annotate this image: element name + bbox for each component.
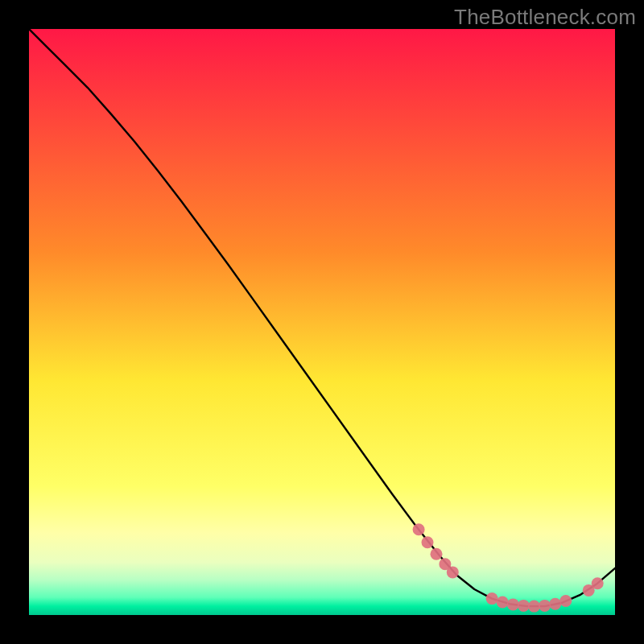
data-point	[413, 523, 425, 535]
data-point	[497, 597, 509, 609]
data-point	[431, 548, 443, 560]
gradient-background	[29, 29, 615, 615]
data-point	[486, 592, 498, 605]
plot-area	[29, 29, 615, 615]
data-point	[539, 600, 551, 612]
data-point	[507, 598, 519, 610]
data-point	[447, 566, 459, 578]
chart-svg	[29, 29, 615, 615]
data-point	[528, 601, 540, 613]
data-point	[592, 577, 604, 589]
data-point	[559, 595, 572, 607]
data-point	[422, 536, 434, 548]
chart-frame: TheBottleneck.com	[0, 0, 644, 644]
data-point	[518, 600, 530, 612]
watermark-text: TheBottleneck.com	[454, 5, 636, 30]
data-point	[549, 598, 561, 610]
